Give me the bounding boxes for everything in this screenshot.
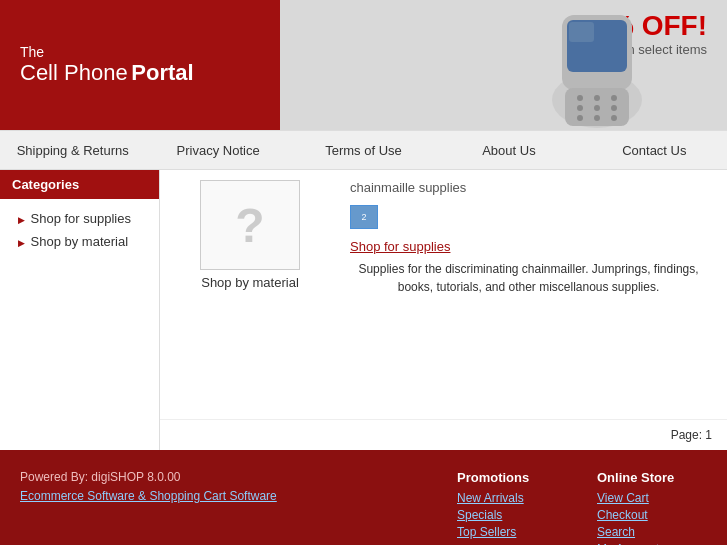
footer-online-store: Online Store View Cart Checkout Search M… xyxy=(597,470,707,545)
svg-point-9 xyxy=(594,105,600,111)
product-image-1: ? xyxy=(200,180,300,270)
footer-powered-section: Powered By: digiSHOP 8.0.00 Ecommerce So… xyxy=(20,470,427,503)
header-brand: The Cell Phone Portal xyxy=(0,0,280,130)
nav-privacy[interactable]: Privacy Notice xyxy=(145,133,290,168)
content-panel: ? Shop by material chainmaille supplies … xyxy=(160,170,727,450)
sidebar: Categories Shop for supplies Shop by mat… xyxy=(0,170,160,450)
product-label-1: Shop by material xyxy=(170,275,330,290)
brand-cell-phone: Cell Phone xyxy=(20,60,128,85)
footer-promotions: Promotions New Arrivals Specials Top Sel… xyxy=(457,470,567,542)
svg-point-5 xyxy=(577,95,583,101)
footer: Powered By: digiSHOP 8.0.00 Ecommerce So… xyxy=(0,450,727,545)
pagination: Page: 1 xyxy=(160,419,727,450)
new-arrivals-link[interactable]: New Arrivals xyxy=(457,491,567,505)
checkout-link[interactable]: Checkout xyxy=(597,508,707,522)
search-link[interactable]: Search xyxy=(597,525,707,539)
main-content: Categories Shop for supplies Shop by mat… xyxy=(0,170,727,450)
top-sellers-link[interactable]: Top Sellers xyxy=(457,525,567,539)
product-thumbnail: 2 xyxy=(350,205,378,229)
brand-name: Cell Phone Portal xyxy=(20,60,260,86)
brand-the: The xyxy=(20,44,260,60)
header-promo: 25% OFF! on select items xyxy=(280,0,727,130)
product-card-1: ? Shop by material xyxy=(170,180,330,409)
main-nav: Shipping & Returns Privacy Notice Terms … xyxy=(0,130,727,170)
product-info-title: chainmaille supplies xyxy=(350,180,707,195)
svg-point-12 xyxy=(594,115,600,121)
nav-terms[interactable]: Terms of Use xyxy=(291,133,436,168)
promotions-title: Promotions xyxy=(457,470,567,485)
phone-image xyxy=(487,0,707,130)
svg-point-8 xyxy=(577,105,583,111)
nav-shipping[interactable]: Shipping & Returns xyxy=(0,133,145,168)
powered-by-text: Powered By: digiSHOP 8.0.00 xyxy=(20,470,427,484)
header: The Cell Phone Portal 25% OFF! on select… xyxy=(0,0,727,130)
svg-point-6 xyxy=(594,95,600,101)
view-cart-link[interactable]: View Cart xyxy=(597,491,707,505)
software-link[interactable]: Ecommerce Software & Shopping Cart Softw… xyxy=(20,489,277,503)
placeholder-icon: ? xyxy=(235,198,264,253)
product-info-panel: chainmaille supplies 2 Shop for supplies… xyxy=(340,180,717,409)
nav-about[interactable]: About Us xyxy=(436,133,581,168)
specials-link[interactable]: Specials xyxy=(457,508,567,522)
products-area: ? Shop by material chainmaille supplies … xyxy=(160,170,727,419)
svg-rect-3 xyxy=(569,22,594,42)
svg-point-13 xyxy=(611,115,617,121)
product-description: Supplies for the discriminating chainmai… xyxy=(350,260,707,296)
sidebar-item-shop-supplies[interactable]: Shop for supplies xyxy=(0,207,159,230)
svg-point-11 xyxy=(577,115,583,121)
sidebar-links: Shop for supplies Shop by material xyxy=(0,199,159,261)
svg-point-10 xyxy=(611,105,617,111)
shop-supplies-link[interactable]: Shop for supplies xyxy=(350,239,707,254)
sidebar-item-shop-material[interactable]: Shop by material xyxy=(0,230,159,253)
svg-point-7 xyxy=(611,95,617,101)
brand-portal: Portal xyxy=(131,60,193,85)
online-store-title: Online Store xyxy=(597,470,707,485)
sidebar-categories-label: Categories xyxy=(0,170,159,199)
nav-contact[interactable]: Contact Us xyxy=(582,133,727,168)
